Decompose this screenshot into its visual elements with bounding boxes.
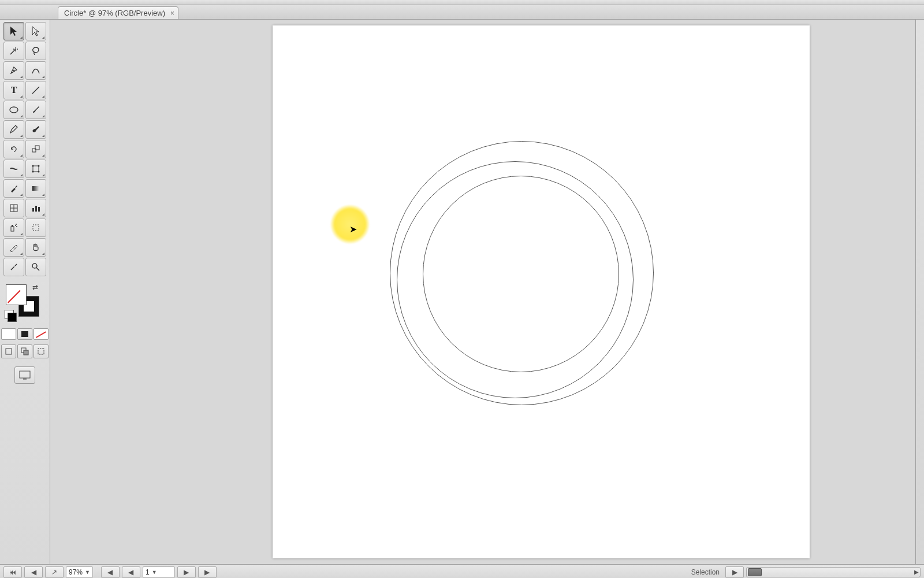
mesh-icon: [9, 203, 19, 213]
gradient-tool[interactable]: [25, 179, 46, 198]
svg-rect-11: [35, 206, 37, 212]
hand-icon: [31, 242, 41, 253]
fill-mode-none[interactable]: [33, 328, 49, 340]
status-nav-prev-button[interactable]: ◀: [24, 566, 43, 578]
svg-point-19: [32, 264, 37, 268]
chevron-right-icon: ▶: [204, 568, 210, 576]
eyedropper-alt-tool[interactable]: [3, 258, 24, 276]
line-tool[interactable]: [25, 81, 46, 99]
artboard-number-input[interactable]: 1 ▼: [143, 566, 175, 578]
rotate-tool[interactable]: [3, 140, 24, 158]
svg-point-16: [16, 226, 17, 227]
svg-point-6: [32, 171, 34, 173]
svg-rect-25: [23, 379, 27, 380]
scroll-right-icon[interactable]: ▶: [912, 568, 921, 576]
eyedropper-tool[interactable]: [3, 179, 24, 198]
svg-point-7: [38, 171, 40, 173]
document-tab[interactable]: Circle* @ 97% (RGB/Preview) ×: [58, 6, 178, 19]
screen-mode-button[interactable]: [14, 366, 35, 384]
draw-normal-icon: [5, 347, 13, 355]
width-icon: [9, 164, 19, 174]
chevron-down-icon[interactable]: ▼: [152, 569, 157, 575]
ellipse-tool[interactable]: [3, 101, 24, 119]
svg-point-17: [16, 224, 17, 225]
svg-point-5: [38, 165, 40, 167]
chevron-down-icon[interactable]: ▼: [85, 569, 90, 575]
mesh-tool[interactable]: [3, 199, 24, 217]
draw-behind-button[interactable]: [17, 344, 32, 358]
share-icon: ↗: [51, 568, 57, 576]
lasso-icon: [31, 46, 41, 56]
cursor-arrow-icon: [9, 26, 18, 36]
selection-tool[interactable]: [3, 22, 24, 40]
line-icon: [31, 85, 41, 95]
prev-page-icon: ◀: [31, 568, 36, 576]
drawn-circle-3[interactable]: [423, 176, 619, 372]
symbol-sprayer-tool[interactable]: [3, 218, 24, 237]
paintbrush-tool[interactable]: [25, 101, 46, 119]
fill-mode-row: [0, 328, 50, 340]
blob-brush-tool[interactable]: [25, 120, 46, 139]
svg-rect-21: [21, 348, 26, 353]
magnifier-icon: [31, 262, 41, 272]
slice-icon: [9, 242, 19, 253]
svg-rect-2: [35, 146, 39, 150]
slice-tool[interactable]: [3, 238, 24, 257]
draw-normal-button[interactable]: [1, 344, 16, 358]
pen-tool[interactable]: [3, 61, 24, 80]
svg-rect-3: [33, 166, 39, 172]
magic-wand-tool[interactable]: [3, 42, 24, 60]
magic-wand-icon: [9, 46, 19, 56]
first-page-icon: ⏮: [9, 568, 16, 576]
close-icon[interactable]: ×: [170, 9, 174, 17]
direct-selection-tool[interactable]: [25, 22, 46, 40]
canvas-area[interactable]: ➤: [50, 20, 915, 564]
width-tool[interactable]: [3, 160, 24, 178]
svg-point-0: [10, 107, 18, 113]
type-t-icon: T: [11, 85, 17, 95]
draw-inside-button[interactable]: [33, 344, 49, 358]
svg-rect-20: [6, 349, 12, 354]
free-transform-tool[interactable]: [25, 160, 46, 178]
artboard-next2-button[interactable]: ▶: [198, 566, 217, 578]
scale-tool[interactable]: [25, 140, 46, 158]
lasso-tool[interactable]: [25, 42, 46, 60]
svg-rect-18: [33, 225, 39, 231]
status-share-button[interactable]: ↗: [45, 566, 64, 578]
window-titlebar: [0, 0, 924, 5]
zoom-value: 97%: [69, 568, 83, 576]
fill-color-swatch[interactable]: [6, 284, 27, 305]
right-panel-dock[interactable]: [915, 20, 924, 564]
hand-tool[interactable]: [25, 238, 46, 257]
artboard-prev-button[interactable]: ◀: [101, 566, 120, 578]
artboard-tool[interactable]: [25, 218, 46, 237]
svg-rect-14: [12, 225, 13, 227]
default-colors-icon[interactable]: [5, 310, 14, 319]
artboard-prev2-button[interactable]: ◀: [122, 566, 140, 578]
fill-mode-color[interactable]: [1, 328, 16, 340]
chevron-right-icon: ▶: [184, 568, 189, 576]
svg-rect-9: [10, 205, 17, 212]
ellipse-icon: [9, 105, 19, 115]
status-menu-button[interactable]: ▶: [725, 566, 744, 578]
svg-point-15: [15, 225, 16, 226]
graph-tool[interactable]: [25, 199, 46, 217]
cursor-arrow-outline-icon: [31, 26, 40, 36]
zoom-level-input[interactable]: 97% ▼: [66, 566, 93, 578]
artboard-next-button[interactable]: ▶: [177, 566, 196, 578]
swap-fill-stroke-icon[interactable]: ⇄: [32, 283, 38, 291]
artboard[interactable]: ➤: [273, 25, 810, 558]
pencil-tool[interactable]: [3, 120, 24, 139]
fill-mode-solid[interactable]: [17, 328, 32, 340]
scroll-thumb[interactable]: [748, 568, 762, 576]
status-nav-start-button[interactable]: ⏮: [3, 566, 22, 578]
status-bar: ⏮ ◀ ↗ 97% ▼ ◀ ◀ 1 ▼ ▶ ▶ Selection ▶ ◀ ▶: [0, 564, 924, 578]
type-tool[interactable]: T: [3, 81, 24, 99]
chevron-right-icon: ▶: [732, 568, 737, 576]
chevron-left-icon: ◀: [107, 568, 113, 576]
horizontal-scrollbar[interactable]: ◀ ▶: [746, 567, 921, 577]
blob-brush-icon: [31, 124, 41, 135]
svg-rect-22: [24, 350, 28, 355]
zoom-tool[interactable]: [25, 258, 46, 276]
curvature-tool[interactable]: [25, 61, 46, 80]
